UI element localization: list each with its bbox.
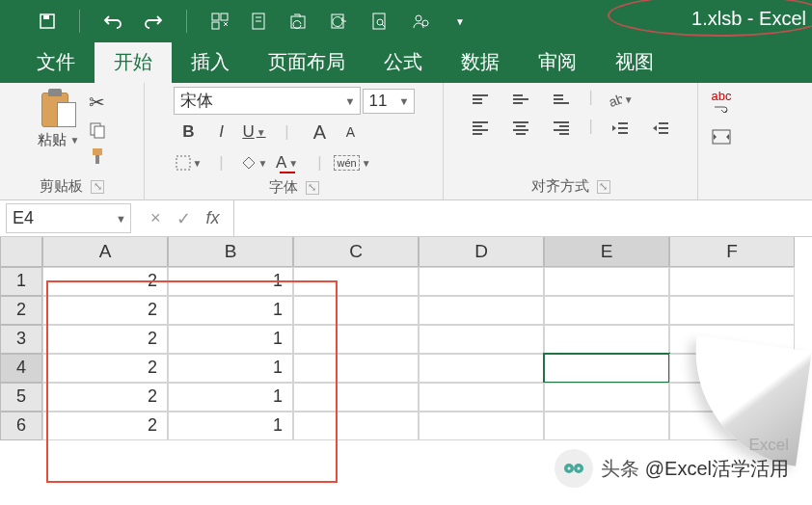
cut-icon[interactable]: ✂: [89, 91, 106, 114]
align-left-icon[interactable]: [467, 118, 494, 139]
column-header[interactable]: D: [419, 237, 544, 267]
align-center-icon[interactable]: [507, 118, 534, 139]
font-name-dropdown[interactable]: 宋体▼: [174, 87, 361, 115]
decrease-font-button[interactable]: A: [338, 119, 365, 146]
fx-icon[interactable]: fx: [206, 208, 220, 229]
cell[interactable]: 1: [168, 383, 293, 412]
column-header[interactable]: B: [168, 237, 293, 267]
increase-font-button[interactable]: A: [305, 119, 336, 146]
cell[interactable]: [293, 267, 419, 296]
column-header[interactable]: A: [42, 237, 168, 267]
bold-button[interactable]: B: [174, 119, 204, 146]
cell[interactable]: [419, 354, 544, 383]
touch-icon[interactable]: [210, 12, 230, 31]
merge-button[interactable]: [708, 126, 735, 147]
column-header[interactable]: E: [544, 237, 669, 267]
row-header[interactable]: 2: [0, 296, 42, 325]
align-top-icon[interactable]: [467, 89, 494, 110]
tab-insert[interactable]: 插入: [172, 41, 249, 83]
wrap-text-icon[interactable]: abc: [712, 89, 732, 113]
cell[interactable]: 1: [168, 412, 293, 440]
cell[interactable]: [544, 296, 669, 325]
copy-icon[interactable]: [89, 121, 106, 139]
cell[interactable]: 1: [168, 296, 293, 325]
cell[interactable]: 2: [42, 354, 168, 383]
tab-formulas[interactable]: 公式: [365, 41, 442, 83]
qat-more-icon[interactable]: ▼: [455, 16, 465, 27]
cell[interactable]: [293, 412, 419, 440]
redo-icon[interactable]: [144, 13, 163, 29]
save-icon[interactable]: [39, 13, 56, 30]
cell[interactable]: 1: [168, 354, 293, 383]
enter-icon[interactable]: ✓: [176, 208, 191, 229]
phonetic-button[interactable]: wén▼: [338, 149, 368, 176]
refresh-icon[interactable]: [330, 13, 349, 30]
select-all-corner[interactable]: [0, 237, 42, 267]
cell[interactable]: 2: [42, 325, 168, 354]
worksheet-grid[interactable]: ABCDEF121221321421521621: [0, 237, 812, 440]
formula-input[interactable]: [233, 200, 812, 236]
cell[interactable]: 1: [168, 267, 293, 296]
increase-indent-icon[interactable]: [647, 118, 674, 139]
form-icon[interactable]: [251, 12, 268, 31]
align-right-icon[interactable]: [548, 118, 575, 139]
cell[interactable]: [293, 354, 419, 383]
tab-data[interactable]: 数据: [442, 41, 519, 83]
align-middle-icon[interactable]: [507, 89, 534, 110]
cell[interactable]: 2: [42, 267, 168, 296]
alignment-expand-icon[interactable]: ⤡: [597, 180, 610, 194]
cell[interactable]: 2: [42, 296, 168, 325]
cell[interactable]: 1: [168, 325, 293, 354]
cell[interactable]: 2: [42, 383, 168, 412]
fill-color-button[interactable]: ▼: [239, 149, 270, 176]
cell[interactable]: [419, 296, 544, 325]
column-header[interactable]: C: [293, 237, 419, 267]
border-button[interactable]: ▼: [174, 149, 204, 176]
row-header[interactable]: 6: [0, 412, 42, 440]
name-box[interactable]: E4▼: [6, 203, 131, 233]
preview-icon[interactable]: [370, 12, 390, 31]
row-header[interactable]: 3: [0, 325, 42, 354]
row-header[interactable]: 5: [0, 383, 42, 412]
font-size-dropdown[interactable]: 11▼: [363, 89, 415, 114]
cell[interactable]: [419, 325, 544, 354]
decrease-indent-icon[interactable]: [607, 118, 634, 139]
cell[interactable]: [293, 296, 419, 325]
undo-icon[interactable]: [103, 13, 122, 29]
tab-view[interactable]: 视图: [596, 41, 673, 83]
group-alignment: | ab▼ | 对齐方式⤡: [444, 83, 698, 199]
cell[interactable]: [669, 267, 795, 296]
font-group-label: 字体: [269, 178, 298, 197]
cell[interactable]: [293, 325, 419, 354]
format-painter-icon[interactable]: [89, 146, 106, 166]
row-header[interactable]: 4: [0, 354, 42, 383]
paste-button[interactable]: 粘贴▼: [38, 87, 80, 149]
column-header[interactable]: F: [669, 237, 795, 267]
orientation-button[interactable]: ab▼: [607, 89, 634, 110]
tab-home[interactable]: 开始: [95, 41, 172, 83]
open-icon[interactable]: [289, 13, 309, 30]
cell[interactable]: [419, 412, 544, 440]
cell[interactable]: 2: [42, 412, 168, 440]
cell[interactable]: [544, 267, 669, 296]
cancel-icon[interactable]: ×: [150, 208, 161, 229]
row-header[interactable]: 1: [0, 267, 42, 296]
tab-layout[interactable]: 页面布局: [249, 41, 365, 83]
share-icon[interactable]: [411, 12, 432, 31]
cell[interactable]: [544, 383, 669, 412]
tab-file[interactable]: 文件: [17, 41, 95, 83]
cell[interactable]: [419, 383, 544, 412]
cell[interactable]: [544, 325, 669, 354]
italic-button[interactable]: I: [206, 119, 237, 146]
align-bottom-icon[interactable]: [548, 89, 575, 110]
clipboard-expand-icon[interactable]: ⤡: [91, 180, 104, 194]
underline-button[interactable]: U▼: [239, 119, 270, 146]
font-color-button[interactable]: A▼: [272, 149, 303, 176]
cell[interactable]: [293, 383, 419, 412]
font-expand-icon[interactable]: ⤡: [306, 181, 319, 195]
cell[interactable]: [419, 267, 544, 296]
tab-review[interactable]: 审阅: [519, 41, 596, 83]
cell[interactable]: [669, 296, 795, 325]
cell[interactable]: [544, 354, 669, 383]
cell[interactable]: [544, 412, 669, 440]
